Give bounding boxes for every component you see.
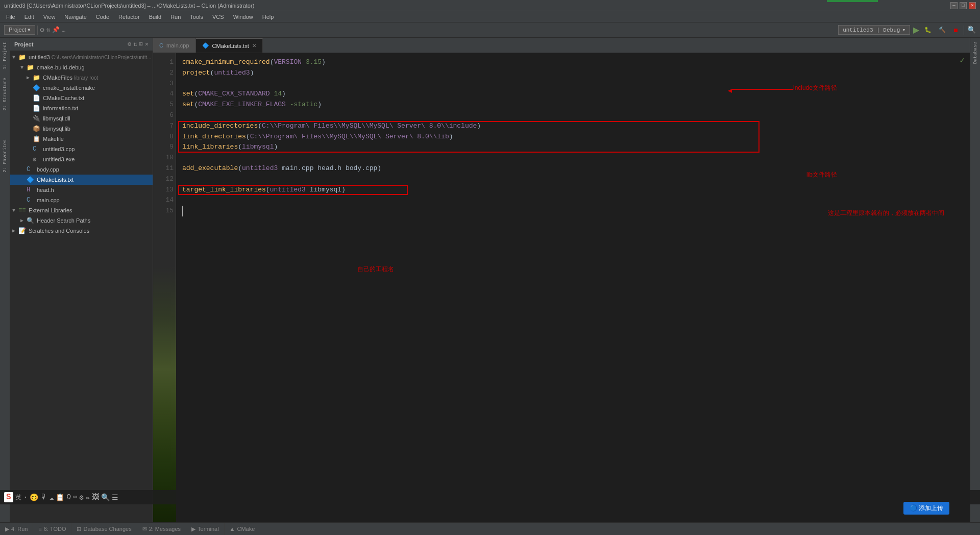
punct-icon[interactable]: · [23,493,28,501]
menu-item-refactor[interactable]: Refactor [114,13,144,21]
search-ime-icon[interactable]: 🔍 [101,493,110,502]
tree-item-header-search[interactable]: ▶ 🔍 Header Search Paths [10,215,153,226]
run-config-label: untitled3 | Debug [843,27,900,33]
stop-button[interactable]: ⏹ [951,26,961,34]
todo-tab[interactable]: ≡ 6: TODO [33,523,71,536]
db-changes-tab[interactable]: ⊞ Database Changes [71,523,137,536]
tree-label: information.txt [43,105,78,111]
pin-icon[interactable]: 📌 [52,26,60,34]
tab-cmakelists[interactable]: 🔷 CMakeLists.txt ✕ [196,38,263,53]
debug-button[interactable]: 🐛 [922,26,934,34]
mic-icon[interactable]: 🎙 [40,493,47,501]
line-num: 2 [155,68,174,79]
tree-item-root[interactable]: ▼ 📁 untitled3 C:\Users\Administrator\CLi… [10,52,153,62]
menu-item-help[interactable]: Help [258,13,278,21]
tree-label-scratches: Scratches and Consoles [29,228,89,234]
menu-item-vcs[interactable]: VCS [208,13,228,21]
tree-item-makefile[interactable]: ▶ 📋 Makefile [10,134,153,144]
messages-tab[interactable]: ✉ 2: Messages [137,523,186,536]
tree-item-cmakefiles[interactable]: ▶ 📁 CMakeFiles library root [10,72,153,83]
tree-item-head-h[interactable]: ▶ H head.h [10,185,153,195]
gear-icon[interactable]: ⚙ [40,26,44,34]
tree-item-cmake-install[interactable]: ▶ 🔷 cmake_install.cmake [10,83,153,93]
terminal-tab-label: Terminal [198,526,219,532]
database-side-icon[interactable]: Database [973,42,978,64]
tab-main-cpp[interactable]: C main.cpp [153,38,196,53]
image-icon[interactable]: 🖼 [92,493,99,501]
tree-label: main.cpp [37,197,60,203]
code-editor[interactable]: 1 2 3 4 5 6 7 8 9 10 11 12 13 14 15 cmak… [153,53,970,522]
tree-item-main-cpp[interactable]: ▶ C main.cpp [10,195,153,205]
symbol-icon[interactable]: Ω [66,493,70,501]
line-num: 10 [155,153,174,163]
tree-item-libmysql-lib[interactable]: ▶ 📦 libmysql.lib [10,124,153,134]
code-content[interactable]: cmake_minimum_required(VERSION 3.15) pro… [176,53,970,522]
project-side-icon[interactable]: 1: Project [3,42,8,69]
tree-item-information[interactable]: ▶ 📄 information.txt [10,103,153,113]
dropdown-arrow-icon: ▾ [902,27,905,33]
cmake-tab[interactable]: ▲ CMake [225,523,261,536]
sort-icon[interactable]: ⇅ [46,26,50,34]
more-icon[interactable]: … [62,27,65,34]
tree-item-cmakelists[interactable]: ▶ 🔷 CMakeLists.txt [10,175,153,185]
search-everywhere-icon[interactable]: 🔍 [967,26,976,34]
code-line-7: include_directories(C:\\Program\ Files\\… [182,121,964,132]
favorites-side-icon[interactable]: 2: Favorites [3,139,8,173]
settings-ime-icon[interactable]: ⚙ [79,493,83,502]
toolbar-separator-1 [37,26,38,35]
run-tab[interactable]: ▶ 4: Run [0,523,33,536]
cloud-icon[interactable]: ☁ [50,493,54,502]
menu-item-navigate[interactable]: Navigate [60,13,90,21]
terminal-tab[interactable]: ▶ Terminal [186,523,225,536]
menu-item-file[interactable]: File [2,13,19,21]
line-num: 9 [155,142,174,153]
menu-item-tools[interactable]: Tools [186,13,207,21]
tree-item-libmysql-dll[interactable]: ▶ 🔌 libmysql.dll [10,113,153,124]
tree-item-cmake-build[interactable]: ▼ 📁 cmake-build-debug [10,62,153,72]
tree-item-untitled3-cpp[interactable]: ▶ C untitled3.cpp [10,144,153,154]
makefile-icon: 📋 [33,135,41,143]
project-dropdown[interactable]: Project ▾ [4,25,35,35]
code-line-8: link_directories(C:\\Program\ Files\\MyS… [182,132,964,142]
copy-icon[interactable]: 📋 [56,493,64,502]
zh-en-toggle[interactable]: 英 [15,493,21,502]
menu-item-edit[interactable]: Edit [20,13,38,21]
menu-item-run[interactable]: Run [166,13,185,21]
sidebar-expand-icon[interactable]: ⊞ [139,40,143,48]
keyboard-icon[interactable]: ⌨ [73,493,77,502]
menu-item-view[interactable]: View [39,13,60,21]
line-num: 13 [155,185,174,196]
tree-label: head.h [37,187,54,193]
edit-icon[interactable]: ✏ [86,493,90,502]
tree-item-ext-libs[interactable]: ▼ ≡≡ External Libraries [10,205,153,215]
tab-close-icon[interactable]: ✕ [252,43,256,48]
maximize-button[interactable]: □ [960,2,967,9]
upload-button[interactable]: 🔵 添加上传 [903,502,949,515]
minimize-button[interactable]: — [950,2,958,9]
tree-item-body-cpp[interactable]: ▶ C body.cpp [10,164,153,175]
tree-item-cmakecache[interactable]: ▶ 📄 CMakeCache.txt [10,93,153,103]
cmake-icon: ▲ [230,526,235,532]
sidebar-close-icon[interactable]: ✕ [145,40,149,48]
sidebar-gear-icon[interactable]: ⚙ [128,40,131,48]
cpp-file-icon: C [27,166,35,173]
structure-side-icon[interactable]: 2: Structure [3,78,8,111]
tree-item-scratches[interactable]: ▶ 📝 Scratches and Consoles [10,226,153,236]
menu-item-window[interactable]: Window [229,13,257,21]
emoji-icon[interactable]: 😊 [30,493,38,502]
code-line-5: set(CMAKE_EXE_LINKER_FLAGS -static) [182,100,964,110]
toolbar-left: Project ▾ ⚙ ⇅ 📌 … [4,25,65,35]
tree-item-untitled3-exe[interactable]: ▶ ⚙ untitled3.exe [10,154,153,164]
menu-item-code[interactable]: Code [92,13,113,21]
menu-item-build[interactable]: Build [145,13,165,21]
build-button[interactable]: 🔨 [937,26,948,34]
run-button[interactable]: ▶ [913,25,919,35]
title-bar-text: untitled3 [C:\Users\Administrator\CLionP… [4,3,254,9]
close-button[interactable]: ✕ [969,2,976,9]
sidebar-sort-icon[interactable]: ⇅ [133,40,137,48]
menu-ime-icon[interactable]: ☰ [112,493,118,502]
toolbar-right: untitled3 | Debug ▾ ▶ 🐛 🔨 ⏹ 🔍 [838,25,976,35]
tree-label: untitled3 C:\Users\Administrator\CLionPr… [29,54,151,60]
h-file-icon: H [27,186,35,193]
run-config-selector[interactable]: untitled3 | Debug ▾ [838,25,910,35]
